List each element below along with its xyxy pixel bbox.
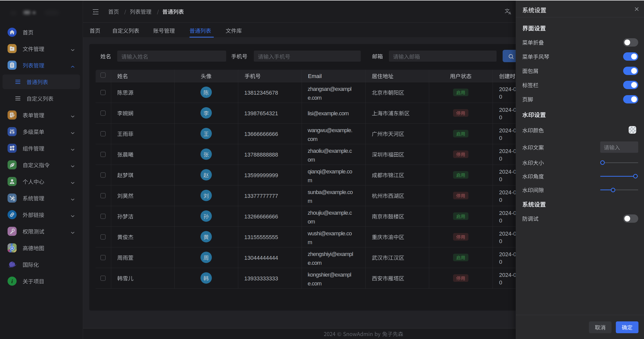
svg-text:i: i bbox=[11, 278, 13, 284]
